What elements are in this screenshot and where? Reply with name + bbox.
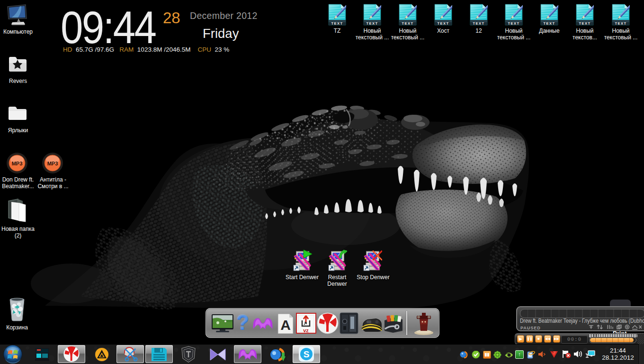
svg-text:S: S xyxy=(304,349,310,359)
svg-text:MP3: MP3 xyxy=(12,161,23,166)
svg-text:?: ? xyxy=(236,312,249,333)
svg-text:MP3: MP3 xyxy=(47,161,58,166)
svg-text:vz: vz xyxy=(303,328,309,333)
svg-text:A: A xyxy=(280,317,291,333)
